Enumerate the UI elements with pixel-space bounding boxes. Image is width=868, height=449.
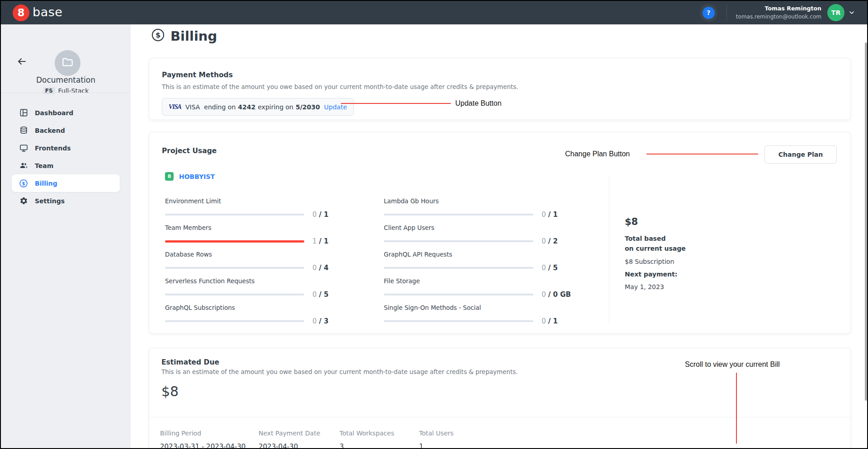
sidebar-divider <box>1 93 131 93</box>
chevron-down-icon[interactable] <box>848 9 855 16</box>
estimated-due-title: Estimated Due <box>161 358 219 366</box>
usage-metric: Client App Users 0/ 2 <box>384 224 565 246</box>
payment-card-chip: VISA VISA ending on 4242 expiring on 5/2… <box>162 98 354 116</box>
usage-used: 0 <box>312 290 317 299</box>
people-icon <box>19 161 28 170</box>
usage-total-caption: on current usage <box>625 243 686 253</box>
usage-limit: / 1 <box>548 317 558 325</box>
page-header: $ Billing <box>151 28 217 44</box>
sidebar-item-billing[interactable]: $ Billing <box>12 174 120 192</box>
usage-metric: Lambda Gb Hours 0/ 1 <box>384 197 565 219</box>
database-icon <box>19 126 28 135</box>
table-cell: 1 <box>419 443 424 449</box>
vertical-scrollbar[interactable] <box>865 42 867 401</box>
card-ending-label: ending on <box>204 103 236 111</box>
usage-metric: Single Sign-On Methods - Social 0/ 1 <box>384 304 565 326</box>
back-arrow-icon[interactable] <box>16 56 27 69</box>
usage-progress-bar <box>165 240 304 242</box>
payment-methods-card: Payment Methods This is an estimate of t… <box>149 58 851 120</box>
usage-progress-bar <box>384 294 533 295</box>
dashboard-icon <box>19 108 28 117</box>
payment-methods-subtitle: This is an estimate of the amount you ow… <box>162 83 838 90</box>
workspace-plan: FS Full-Stack <box>1 87 131 94</box>
sidebar-item-backend[interactable]: Backend <box>12 122 120 139</box>
table-header: Total Workspaces <box>340 430 419 437</box>
avatar[interactable]: TR <box>827 4 844 21</box>
folder-icon <box>61 56 74 70</box>
usage-metric-label: Client App Users <box>384 224 565 233</box>
8base-logo-text: base <box>33 5 62 19</box>
workspace-plan-badge: FS <box>43 87 55 94</box>
payment-methods-title: Payment Methods <box>162 71 838 79</box>
monitor-icon <box>19 144 28 153</box>
usage-used: 0 <box>312 317 317 325</box>
usage-column-left: Environment Limit 0/ 1 Team Members 1/ 1… <box>165 197 336 331</box>
annotation-scroll: Scroll to view your current Bill <box>685 360 780 369</box>
user-name: Tomas Remington <box>736 5 821 13</box>
table-cell: 3 <box>340 443 419 449</box>
top-navbar: 8 base ? Tomas Remington tomas.remington… <box>1 1 867 24</box>
svg-text:$: $ <box>156 31 160 39</box>
annotation-update: Update Button <box>455 99 501 108</box>
project-usage-card: Project Usage Change Plan 8 HOBBYIST Env… <box>149 132 851 334</box>
usage-metric: Environment Limit 0/ 1 <box>165 197 336 219</box>
sidebar-item-label: Frontends <box>35 145 71 152</box>
table-header: Next Payment Date <box>259 430 340 437</box>
topbar-divider <box>726 5 727 21</box>
usage-progress-bar <box>165 267 304 269</box>
subscription-line: $8 Subscription <box>625 258 686 265</box>
svg-text:$: $ <box>22 181 25 186</box>
usage-metric: GraphQL API Requests 0/ 5 <box>384 251 565 272</box>
usage-metric-label: Serverless Function Requests <box>165 277 336 286</box>
estimated-due-subtitle: This is an estimate of the amount you ow… <box>161 368 518 375</box>
annotation-change-plan: Change Plan Button <box>565 150 630 158</box>
usage-total-caption: Total based <box>625 234 686 243</box>
usage-metric: File Storage 0/ 0 GB <box>384 277 565 299</box>
billing-dollar-icon: $ <box>19 179 28 188</box>
update-card-button[interactable]: Update <box>324 103 347 111</box>
usage-summary: $8 Total based on current usage $8 Subsc… <box>625 216 686 290</box>
usage-used: 0 <box>542 237 546 245</box>
change-plan-button[interactable]: Change Plan <box>764 145 837 164</box>
sidebar-item-settings[interactable]: Settings <box>12 192 120 210</box>
8base-logo[interactable]: 8 base <box>13 5 62 21</box>
usage-progress-bar <box>384 267 533 269</box>
estimated-due-table: Billing Period Next Payment Date Total W… <box>160 430 840 449</box>
plan-badge-icon: 8 <box>165 172 174 181</box>
8base-logo-icon: 8 <box>13 5 29 21</box>
usage-used: 0 <box>542 210 546 219</box>
usage-metric: Serverless Function Requests 0/ 5 <box>165 277 336 299</box>
usage-used: 0 <box>312 210 317 219</box>
usage-metric-label: GraphQL API Requests <box>384 251 565 260</box>
estimated-due-divider <box>149 417 850 417</box>
usage-used: 0 <box>542 290 546 299</box>
usage-metric-label: Database Rows <box>165 251 336 260</box>
help-icon[interactable]: ? <box>703 7 715 19</box>
sidebar-item-frontends[interactable]: Frontends <box>12 139 120 157</box>
usage-limit: / 1 <box>548 210 558 219</box>
user-info[interactable]: Tomas Remington tomas.remington@outlook.… <box>736 5 821 21</box>
user-email: tomas.remington@outlook.com <box>736 13 821 21</box>
annotation-line-update <box>341 103 451 104</box>
sidebar-item-dashboard[interactable]: Dashboard <box>12 104 120 122</box>
usage-summary-divider <box>609 175 609 324</box>
sidebar-item-label: Settings <box>35 197 65 205</box>
billing-dollar-icon: $ <box>151 28 165 44</box>
sidebar-item-label: Team <box>35 162 53 169</box>
card-expiry: 5/2030 <box>296 103 320 111</box>
usage-limit: / 0 GB <box>548 290 571 299</box>
usage-limit: / 5 <box>319 290 329 299</box>
sidebar-item-label: Dashboard <box>35 109 73 117</box>
card-last4: 4242 <box>238 103 255 111</box>
sidebar-item-team[interactable]: Team <box>12 157 120 174</box>
next-payment-date: May 1, 2023 <box>625 283 686 290</box>
card-expiring-label: expiring on <box>258 103 293 111</box>
project-usage-title: Project Usage <box>162 147 217 155</box>
usage-metric-label: Lambda Gb Hours <box>384 197 565 206</box>
usage-limit: / 1 <box>319 210 329 219</box>
table-header: Billing Period <box>160 430 259 437</box>
usage-metric-label: File Storage <box>384 277 565 286</box>
usage-progress-bar <box>165 294 304 295</box>
usage-limit: / 5 <box>548 264 558 272</box>
usage-limit: / 1 <box>319 237 329 245</box>
